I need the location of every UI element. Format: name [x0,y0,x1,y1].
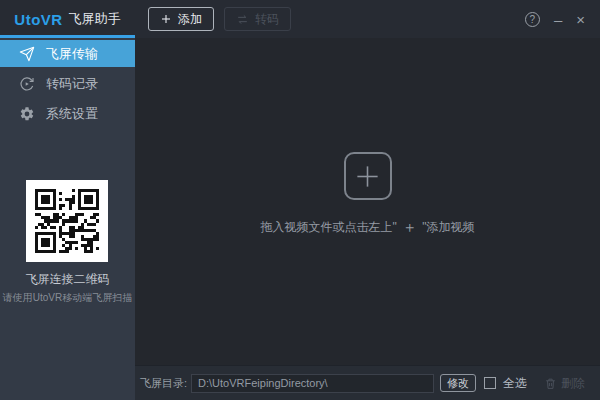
transfer-arrows-icon [236,13,249,26]
gear-icon [19,106,35,122]
add-video-dropzone[interactable] [344,152,392,200]
sidebar-item-system-settings[interactable]: 系统设置 [0,100,135,127]
app-logo: UtoVR 飞屏助手 [0,10,135,28]
main-content: 拖入视频文件或点击左上" ＋ "添加视频 [135,38,600,365]
close-icon[interactable]: × [576,12,585,27]
select-all-label: 全选 [503,375,527,392]
plus-icon [160,13,172,25]
select-all-checkbox[interactable] [484,377,496,389]
delete-label: 删除 [561,375,585,392]
hint-suffix: "添加视频 [419,220,475,234]
app-name-text: 飞屏助手 [69,10,121,28]
modify-directory-button[interactable]: 修改 [440,374,476,392]
transcode-button[interactable]: 转码 [224,7,291,31]
delete-button[interactable]: 删除 [544,375,585,392]
add-video-button[interactable]: 添加 [148,7,214,31]
sidebar-item-transcode-history[interactable]: 转码记录 [0,70,135,97]
bottom-bar: 飞屏目录: 修改 全选 删除 [135,365,600,400]
hint-plus-glyph: ＋ [400,218,419,235]
accent-underline [0,35,135,38]
hint-prefix: 拖入视频文件或点击左上" [260,220,400,234]
sidebar-item-label: 转码记录 [46,75,98,93]
add-button-label: 添加 [178,11,202,28]
minimize-icon[interactable]: – [554,12,562,27]
feiping-directory-label: 飞屏目录: [140,376,187,391]
feiping-directory-input[interactable] [191,374,434,393]
brand-text: UtoVR [14,11,62,28]
sidebar: 飞屏传输 转码记录 系统设置 [0,38,135,400]
help-icon[interactable]: ? [525,12,540,27]
paper-plane-icon [19,46,35,62]
plus-icon [354,163,381,190]
qr-hint: 请使用UtoVR移动端飞屏扫描 [0,291,135,305]
trash-icon [544,377,557,390]
dropzone-hint: 拖入视频文件或点击左上" ＋ "添加视频 [135,218,600,237]
qr-caption: 飞屏连接二维码 [0,271,135,288]
history-play-icon [19,76,35,92]
select-all-group: 全选 [484,375,527,392]
sidebar-item-feiping-transfer[interactable]: 飞屏传输 [0,40,135,67]
sidebar-item-label: 系统设置 [46,105,98,123]
window-controls: ? – × [525,12,600,27]
sidebar-nav: 飞屏传输 转码记录 系统设置 [0,38,135,127]
qr-code [26,180,108,262]
transcode-button-label: 转码 [255,11,279,28]
sidebar-item-label: 飞屏传输 [46,45,98,63]
app-window: UtoVR 飞屏助手 添加 转码 ? – × [0,0,600,400]
titlebar: UtoVR 飞屏助手 添加 转码 ? – × [0,0,600,38]
